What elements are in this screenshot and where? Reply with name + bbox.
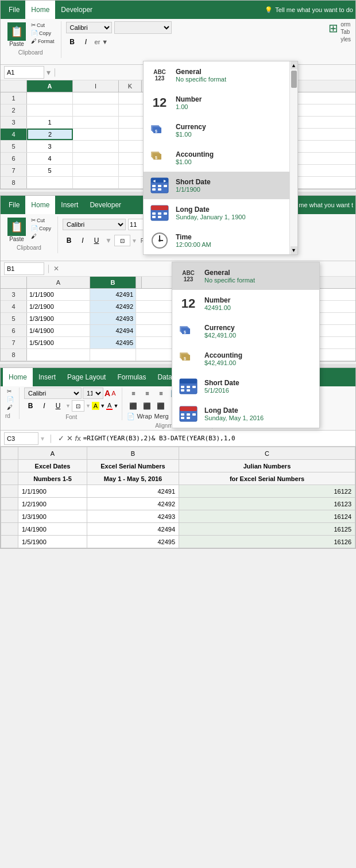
- format-item-general-2[interactable]: ABC 123 General No specific format: [172, 262, 319, 290]
- format-painter-button-1[interactable]: 🖌 Format: [29, 37, 56, 45]
- formula-check-icon[interactable]: ✓: [58, 434, 64, 443]
- tab-developer-1[interactable]: Developer: [55, 1, 98, 19]
- format-item-accounting-2[interactable]: $ Accounting $42,491.00: [172, 345, 319, 373]
- align-top-btn[interactable]: ≡: [127, 388, 140, 399]
- scroll-up-1[interactable]: ▲: [291, 61, 297, 69]
- tab-file-1[interactable]: File: [3, 1, 25, 19]
- format-item-currency-1[interactable]: $ Currency $1.00: [144, 117, 289, 144]
- cell-3-a4[interactable]: 1/4/1900: [18, 523, 87, 536]
- cell-2-a3[interactable]: 1/1/1900: [27, 289, 90, 300]
- cell-2-b8[interactable]: [90, 349, 136, 361]
- format-item-longdate-1[interactable]: Long Date Sunday, January 1, 1900: [144, 199, 289, 227]
- copy-button-2[interactable]: 📄 Copy: [29, 224, 53, 232]
- align-left-btn[interactable]: ⬛: [127, 400, 140, 412]
- cell-b6[interactable]: [73, 153, 119, 164]
- formula-fx-icon[interactable]: fx: [75, 434, 81, 443]
- border-button-2[interactable]: ⊡: [114, 235, 130, 246]
- align-center-btn[interactable]: ⬛: [141, 400, 153, 412]
- align-bottom-btn[interactable]: ≡: [154, 388, 167, 399]
- cell-3-a2[interactable]: 1/2/1900: [18, 498, 87, 510]
- font-size-down-icon[interactable]: A: [111, 390, 115, 397]
- cell-a1[interactable]: [27, 92, 73, 104]
- cell-a3[interactable]: 1: [27, 117, 73, 128]
- cell-3-c4[interactable]: 16125: [179, 523, 355, 536]
- cell-3-b3[interactable]: 42493: [87, 510, 179, 523]
- cell-b8[interactable]: [73, 177, 119, 188]
- font-color-button-3[interactable]: A▼: [106, 402, 118, 410]
- cell-b5[interactable]: [73, 141, 119, 152]
- format-item-shortdate-2[interactable]: Short Date 5/1/2016: [172, 373, 319, 400]
- format-item-currency-2[interactable]: $ Currency $42,491.00: [172, 317, 319, 345]
- name-box-2[interactable]: [4, 262, 44, 275]
- col-th-b-3[interactable]: B: [87, 447, 179, 460]
- italic-button-3[interactable]: I: [38, 400, 51, 412]
- cut-button-2[interactable]: ✂ Cut: [29, 216, 53, 224]
- formula-input-3[interactable]: =RIGHT(YEAR(B3),2)& B3-DATE(YEAR(B3),1,0: [83, 435, 352, 442]
- cell-b7[interactable]: [73, 165, 119, 176]
- cell-2-b3[interactable]: 42491: [90, 289, 136, 300]
- border-button-3[interactable]: ⊡: [72, 400, 84, 412]
- paste-button-2[interactable]: 📋 Paste: [5, 216, 28, 243]
- copy-button-3[interactable]: 📄: [5, 396, 16, 403]
- underline-button-3[interactable]: U: [52, 400, 64, 412]
- format-item-time-1[interactable]: Time 12:00:00 AM: [144, 227, 289, 254]
- cell-a5[interactable]: 3: [27, 141, 73, 152]
- cell-a4[interactable]: 2: [27, 129, 73, 140]
- cell-3-b1[interactable]: 42491: [87, 485, 179, 498]
- paste-button-1[interactable]: 📋 Paste: [5, 21, 28, 48]
- underline-button-2[interactable]: U: [90, 235, 103, 246]
- cell-3-c3[interactable]: 16124: [179, 510, 355, 523]
- cell-2-b5[interactable]: 42493: [90, 313, 136, 324]
- cell-3-c1[interactable]: 16122: [179, 485, 355, 498]
- cell-b3[interactable]: [73, 117, 119, 128]
- cell-b1[interactable]: [73, 92, 119, 104]
- tab-pagelayout-3[interactable]: Page Layout: [61, 368, 111, 386]
- cell-b2[interactable]: [73, 104, 119, 116]
- tab-home-2[interactable]: Home: [25, 196, 55, 214]
- cell-b4[interactable]: [73, 129, 119, 140]
- col-header-a-2[interactable]: A: [27, 277, 90, 288]
- tab-developer-2[interactable]: Developer: [84, 196, 127, 214]
- cell-2-a4[interactable]: 1/2/1900: [27, 301, 90, 312]
- bold-button-1[interactable]: B: [66, 36, 79, 48]
- cell-3-b5[interactable]: 42495: [87, 536, 179, 548]
- cell-3-c2[interactable]: 16123: [179, 498, 355, 510]
- cell-a7[interactable]: 5: [27, 165, 73, 176]
- cell-2-b4[interactable]: 42492: [90, 301, 136, 312]
- tab-home-1[interactable]: Home: [25, 1, 55, 19]
- col-header-k-1[interactable]: K: [119, 80, 142, 92]
- cell-3-b2[interactable]: 42492: [87, 498, 179, 510]
- cut-button-1[interactable]: ✂ Cut: [29, 21, 56, 29]
- format-item-shortdate-1[interactable]: ◀ ▶ Short Date 1/1/1900: [144, 172, 289, 199]
- format-item-longdate-2[interactable]: Long Date Sunday, May 1, 2016: [172, 400, 319, 428]
- number-format-select-1[interactable]: [114, 21, 172, 34]
- cell-3-c5[interactable]: 16126: [179, 536, 355, 548]
- tab-file-2[interactable]: File: [3, 196, 25, 214]
- tab-home-3[interactable]: Home: [3, 368, 33, 386]
- tab-insert-3[interactable]: Insert: [33, 368, 61, 386]
- highlight-button-3[interactable]: A▼: [92, 402, 105, 410]
- col-header-b-1[interactable]: I: [73, 80, 119, 92]
- italic-button-2[interactable]: I: [76, 235, 89, 246]
- cell-a8[interactable]: [27, 177, 73, 188]
- italic-button-1[interactable]: I: [80, 36, 92, 48]
- cell-a2[interactable]: [27, 104, 73, 116]
- tab-insert-2[interactable]: Insert: [55, 196, 84, 214]
- cell-2-b7[interactable]: 42495: [90, 337, 136, 348]
- cell-2-a8[interactable]: [27, 349, 90, 361]
- formula-namebox-3[interactable]: [4, 432, 38, 445]
- bold-button-3[interactable]: B: [24, 400, 37, 412]
- col-th-a-3[interactable]: A: [18, 447, 87, 460]
- paste-button-3[interactable]: 🖌: [5, 404, 16, 411]
- cell-3-a5[interactable]: 1/5/1900: [18, 536, 87, 548]
- col-th-c-3[interactable]: C: [179, 447, 355, 460]
- col-header-b-2[interactable]: B: [90, 277, 136, 288]
- font-size-select-3[interactable]: 11: [83, 388, 103, 399]
- format-item-number-1[interactable]: 12 Number 1.00: [144, 89, 289, 117]
- format-painter-button-2[interactable]: 🖌: [29, 232, 53, 240]
- col-header-a-1[interactable]: A: [27, 80, 73, 92]
- cell-2-b6[interactable]: 42494: [90, 325, 136, 336]
- format-item-number-2[interactable]: 12 Number 42491.00: [172, 290, 319, 317]
- cell-3-a1[interactable]: 1/1/1900: [18, 485, 87, 498]
- tell-me-1[interactable]: 💡 Tell me what you want to do: [265, 6, 353, 14]
